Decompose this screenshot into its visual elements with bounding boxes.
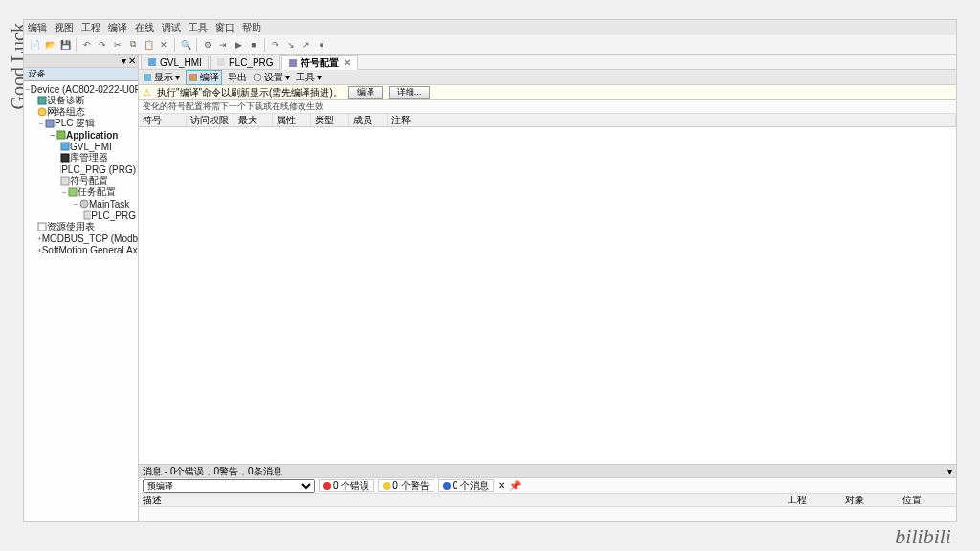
col-max[interactable]: 最大	[234, 114, 273, 126]
paste-icon[interactable]: 📋	[142, 38, 155, 52]
pou-icon	[216, 57, 226, 67]
pin-messages-icon[interactable]: 📌	[509, 480, 521, 491]
panel-header: ▾ ✕	[24, 55, 138, 68]
export-button[interactable]: 导出	[228, 71, 247, 84]
login-icon[interactable]: ⇥	[216, 38, 230, 52]
menu-debug[interactable]: 调试	[162, 21, 181, 34]
panel-title: 设备	[24, 68, 138, 81]
node-plc-logic[interactable]: −PLC 逻辑	[24, 118, 138, 129]
messages-filter-bar: 预编译 0 个错误 0 个警告 0 个消息 ✕ 📌	[139, 478, 956, 494]
delete-icon[interactable]: ✕	[157, 38, 170, 52]
editor-area: GVL_HMI PLC_PRG 符号配置✕ 显示 ▾ 编译 导出 设置 ▾ 工具…	[139, 55, 956, 521]
editor-tabs: GVL_HMI PLC_PRG 符号配置✕	[139, 55, 956, 70]
node-lib-mgr[interactable]: 库管理器	[24, 152, 138, 164]
device-tree-panel: ▾ ✕ 设备 −Device (AC802-0222-U0R0) 设备诊断 网络…	[24, 55, 139, 521]
compile-button[interactable]: 编译	[348, 86, 383, 99]
undo-icon[interactable]: ↶	[80, 38, 94, 52]
messages-columns: 描述 工程 对象 位置	[139, 494, 956, 507]
svg-rect-7	[61, 177, 69, 185]
detail-button[interactable]: 详细...	[389, 86, 431, 99]
step-over-icon[interactable]: ↷	[269, 38, 282, 52]
redo-icon[interactable]: ↷	[96, 38, 109, 52]
find-icon[interactable]: 🔍	[179, 38, 192, 52]
view-icon	[143, 73, 152, 82]
col-symbol[interactable]: 符号	[139, 114, 187, 126]
node-application[interactable]: −Application	[24, 129, 138, 141]
infos-badge[interactable]: 0 个消息	[438, 479, 494, 492]
error-dot-icon	[323, 482, 331, 490]
stop-icon[interactable]: ■	[247, 38, 260, 52]
node-modbus[interactable]: +MODBUS_TCP (ModbusTCP Device)	[24, 232, 138, 244]
start-icon[interactable]: ▶	[232, 38, 245, 52]
svg-rect-0	[38, 97, 46, 104]
menu-online[interactable]: 在线	[135, 21, 154, 34]
view-dropdown[interactable]: 显示 ▾	[143, 71, 180, 84]
symbol-icon	[60, 176, 70, 186]
node-task-cfg[interactable]: −任务配置	[24, 187, 138, 198]
build-icon[interactable]: ⚙	[201, 38, 214, 52]
cut-icon[interactable]: ✂	[111, 38, 124, 52]
svg-rect-8	[69, 188, 77, 196]
col-access[interactable]: 访问权限	[187, 114, 234, 126]
col-position[interactable]: 位置	[899, 494, 956, 506]
gvl-icon	[60, 142, 70, 151]
menu-tools[interactable]: 工具	[189, 21, 208, 34]
tab-plc-prg[interactable]: PLC_PRG	[210, 55, 280, 69]
tab-gvl-hmi[interactable]: GVL_HMI	[141, 55, 209, 69]
col-type[interactable]: 类型	[311, 114, 349, 126]
close-panel-icon[interactable]: ✕	[128, 55, 136, 66]
errors-badge[interactable]: 0 个错误	[319, 479, 374, 492]
messages-menu-icon[interactable]: ▾	[947, 466, 952, 476]
close-tab-icon[interactable]: ✕	[344, 57, 351, 68]
plc-icon	[45, 119, 55, 128]
step-into-icon[interactable]: ↘	[284, 38, 298, 52]
menu-project[interactable]: 工程	[81, 21, 100, 34]
node-softmotion[interactable]: +SoftMotion General Axis Pool	[24, 244, 138, 255]
symbol-icon	[288, 58, 298, 68]
menu-help[interactable]: 帮助	[242, 21, 261, 34]
app-window: 编辑 视图 工程 编译 在线 调试 工具 窗口 帮助 📄 📂 💾 ↶ ↷ ✂ ⧉…	[23, 19, 957, 522]
warnings-badge[interactable]: 0 个警告	[378, 479, 434, 492]
svg-rect-11	[38, 223, 46, 231]
svg-rect-17	[144, 74, 151, 81]
menu-window[interactable]: 窗口	[215, 21, 234, 34]
node-maintask[interactable]: −MainTask	[24, 198, 138, 209]
menu-bar: 编辑 视图 工程 编译 在线 调试 工具 窗口 帮助	[24, 20, 956, 35]
col-comment[interactable]: 注释	[388, 114, 956, 126]
col-project[interactable]: 工程	[784, 494, 841, 506]
breakpoint-icon[interactable]: ●	[315, 38, 328, 52]
new-icon[interactable]: 📄	[28, 38, 41, 52]
tab-symbol-config[interactable]: 符号配置✕	[281, 55, 358, 70]
device-icon	[37, 96, 47, 105]
svg-rect-3	[57, 131, 65, 139]
build-button[interactable]: 编译	[186, 70, 222, 85]
warning-text: 执行"编译"命令以刷新显示(需先编译插进)。	[157, 86, 343, 99]
maintask-icon	[79, 199, 89, 209]
step-out-icon[interactable]: ↗	[300, 38, 313, 52]
col-description[interactable]: 描述	[139, 494, 784, 506]
clear-icon[interactable]: ✕	[498, 480, 505, 491]
col-member[interactable]: 成员	[349, 114, 388, 126]
build-icon	[189, 73, 198, 82]
device-tree[interactable]: −Device (AC802-0222-U0R0) 设备诊断 网络组态 −PLC…	[24, 81, 138, 521]
svg-rect-16	[289, 59, 297, 67]
node-resource-table[interactable]: 资源使用表	[24, 221, 138, 232]
pin-icon[interactable]: ▾	[122, 55, 126, 66]
messages-header: 消息 - 0个错误，0警告，0条消息 ▾	[139, 465, 956, 478]
col-attr[interactable]: 属性	[273, 114, 311, 126]
open-icon[interactable]: 📂	[43, 38, 56, 52]
symbol-grid-body[interactable]	[139, 127, 956, 464]
filter-select[interactable]: 预编译	[143, 479, 315, 493]
col-object[interactable]: 对象	[841, 494, 899, 506]
settings-dropdown[interactable]: 设置 ▾	[253, 71, 290, 84]
menu-view[interactable]: 视图	[55, 21, 74, 34]
menu-edit[interactable]: 编辑	[28, 21, 47, 34]
gvl-icon	[147, 57, 157, 67]
save-icon[interactable]: 💾	[58, 38, 72, 52]
tools-dropdown[interactable]: 工具 ▾	[296, 71, 322, 84]
copy-icon[interactable]: ⧉	[126, 38, 140, 52]
menu-build[interactable]: 编译	[108, 21, 127, 34]
warning-icon: ⚠	[143, 87, 151, 98]
bilibili-watermark: bilibili	[895, 524, 951, 549]
svg-rect-15	[217, 58, 225, 66]
